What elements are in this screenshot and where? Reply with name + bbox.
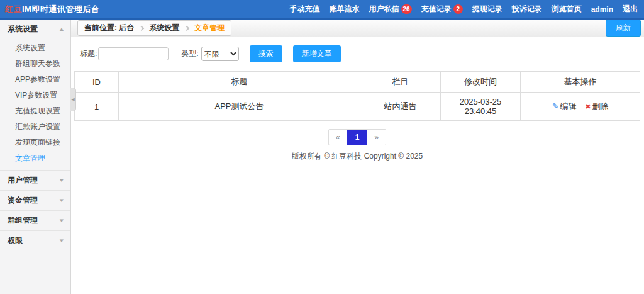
cell-operations: ✎编辑 ✖删除 [521,93,640,121]
chevron-right-icon [184,25,189,30]
nav-manual-recharge[interactable]: 手动充值 [290,4,320,14]
sidebar-section-permissions: 权限 ▼ [0,231,70,251]
chevron-left-icon: ◀ [71,97,74,102]
messages-count-badge: 26 [401,4,412,14]
copyright-footer: 版权所有 © 红豆科技 Copyright © 2025 [74,151,640,162]
top-nav: 手动充值 账单流水 用户私信26 充值记录2 提现记录 投诉记录 浏览首页 ad… [290,4,638,14]
title-filter-label: 标题: [80,48,97,59]
sidebar-header-system-settings[interactable]: 系统设置 ▲ [0,20,70,39]
pencil-icon: ✎ [552,101,559,111]
add-article-button[interactable]: 新增文章 [293,45,341,62]
chevron-up-icon: ▲ [58,26,65,32]
column-header-id: ID [75,72,119,93]
column-header-operations: 基本操作 [521,72,640,93]
search-button[interactable]: 搜索 [250,45,282,62]
chevron-down-icon: ▼ [58,198,65,203]
nav-username[interactable]: admin [591,5,613,14]
sidebar-collapse-handle[interactable]: ◀ [70,88,76,111]
cell-title: APP测试公告 [119,93,360,121]
pagination-next[interactable]: » [367,130,386,145]
sidebar-section-group-management: 群组管理 ▼ [0,211,70,231]
sidebar: 系统设置 ▲ 系统设置 群组聊天参数 APP参数设置 VIP参数设置 充值提现设… [0,20,71,294]
sidebar-submenu-system: 系统设置 群组聊天参数 APP参数设置 VIP参数设置 充值提现设置 汇款账户设… [0,39,70,170]
sidebar-item-recharge-withdraw[interactable]: 充值提现设置 [0,103,70,119]
nav-user-messages[interactable]: 用户私信26 [369,4,412,14]
app-window: 红豆IM即时通讯管理后台 手动充值 账单流水 用户私信26 充值记录2 提现记录… [0,0,644,294]
sidebar-item-vip-params[interactable]: VIP参数设置 [0,88,70,103]
breadcrumb-item-article-management: 文章管理 [194,23,225,33]
table-row: 1 APP测试公告 站内通告 2025-03-25 23:40:45 ✎编辑 ✖… [75,93,640,121]
breadcrumb-item-system-settings[interactable]: 系统设置 [149,23,179,33]
sidebar-header-fund-management[interactable]: 资金管理 ▼ [0,191,70,210]
nav-bill-flow[interactable]: 账单流水 [330,4,360,14]
filter-bar: 标题: 类型: 不限 搜索 新增文章 [80,45,640,62]
sidebar-section-fund-management: 资金管理 ▼ [0,191,70,211]
type-filter-select[interactable]: 不限 [201,47,239,61]
nav-recharge-records[interactable]: 充值记录2 [421,4,463,14]
cell-id: 1 [75,93,119,121]
sidebar-item-article-management[interactable]: 文章管理 [0,150,70,166]
pagination-wrap: « 1 » [74,129,640,145]
refresh-button[interactable]: 刷新 [606,20,641,37]
nav-logout[interactable]: 退出 [623,4,638,14]
recharge-count-badge: 2 [453,4,463,14]
sidebar-item-app-params[interactable]: APP参数设置 [0,72,70,88]
table-header-row: ID 标题 栏目 修改时间 基本操作 [75,72,640,93]
sidebar-item-remittance-account[interactable]: 汇款账户设置 [0,119,70,135]
sidebar-header-user-management[interactable]: 用户管理 ▼ [0,171,70,190]
chevron-right-icon [139,25,144,30]
nav-complaint-records[interactable]: 投诉记录 [512,4,542,14]
brand-logo-text[interactable]: 红豆 [5,4,22,14]
delete-link[interactable]: ✖删除 [585,101,608,111]
chevron-down-icon: ▼ [58,238,65,244]
pagination: « 1 » [328,129,386,145]
column-header-modified-time: 修改时间 [441,72,521,93]
nav-withdraw-records[interactable]: 提现记录 [472,4,502,14]
top-header: 红豆IM即时通讯管理后台 手动充值 账单流水 用户私信26 充值记录2 提现记录… [0,0,644,20]
breadcrumb-prefix: 当前位置: 后台 [84,23,134,33]
delete-x-icon: ✖ [585,103,591,110]
breadcrumb: 当前位置: 后台 系统设置 文章管理 [77,20,231,36]
cell-modified-time: 2025-03-25 23:40:45 [441,93,521,121]
pagination-prev[interactable]: « [329,130,347,145]
column-header-title: 标题 [119,72,360,93]
app-title-rest: IM即时通讯管理后台 [22,4,99,14]
articles-table: ID 标题 栏目 修改时间 基本操作 1 APP测试公告 站内通告 2025-0 [74,71,640,121]
edit-link[interactable]: ✎编辑 [552,101,577,111]
type-filter-label: 类型: [181,48,198,59]
sidebar-section-system-settings: 系统设置 ▲ 系统设置 群组聊天参数 APP参数设置 VIP参数设置 充值提现设… [0,20,70,171]
sidebar-header-group-management[interactable]: 群组管理 ▼ [0,211,70,230]
sidebar-section-user-management: 用户管理 ▼ [0,171,70,191]
column-header-category: 栏目 [360,72,441,93]
sidebar-item-group-chat-params[interactable]: 群组聊天参数 [0,56,70,72]
sidebar-item-system-settings[interactable]: 系统设置 [0,40,70,56]
main-content: 标题: 类型: 不限 搜索 新增文章 ID 标题 栏目 [71,37,644,294]
chevron-down-icon: ▼ [58,218,65,223]
breadcrumb-bar: 当前位置: 后台 系统设置 文章管理 刷新 [71,20,644,37]
cell-category: 站内通告 [360,93,441,121]
chevron-down-icon: ▼ [58,178,65,183]
sidebar-item-discover-links[interactable]: 发现页面链接 [0,135,70,150]
pagination-page-1[interactable]: 1 [347,130,368,145]
nav-visit-homepage[interactable]: 浏览首页 [552,4,582,14]
sidebar-header-permissions[interactable]: 权限 ▼ [0,231,70,251]
title-filter-input[interactable] [98,47,169,60]
app-title: 红豆IM即时通讯管理后台 [5,4,99,15]
